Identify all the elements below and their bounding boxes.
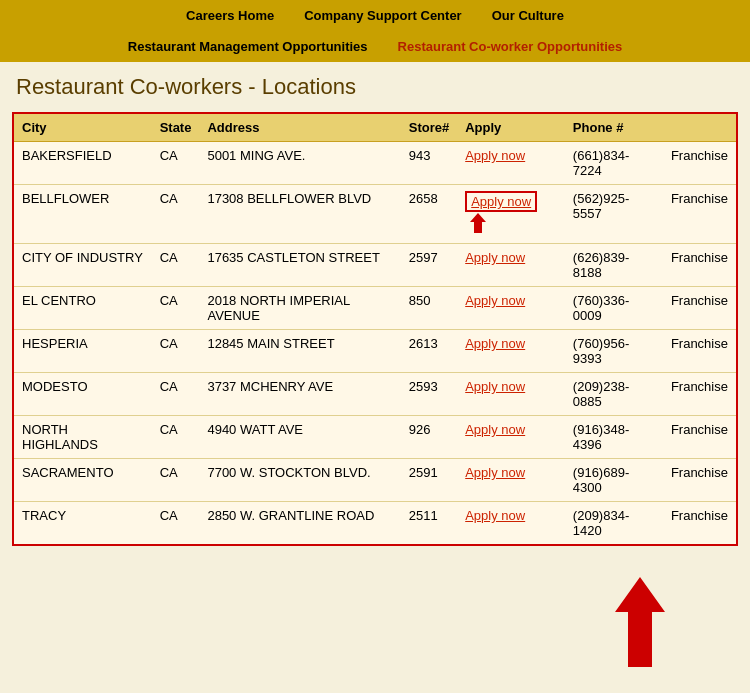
cell-store: 943 [401, 142, 457, 185]
cell-apply: Apply now [457, 459, 565, 502]
cell-address: 12845 MAIN STREET [199, 330, 400, 373]
cell-phone: (916)348-4396 [565, 416, 663, 459]
cell-address: 7700 W. STOCKTON BLVD. [199, 459, 400, 502]
cell-state: CA [152, 142, 200, 185]
cell-state: CA [152, 330, 200, 373]
cell-city: TRACY [14, 502, 152, 545]
cell-city: CITY OF INDUSTRY [14, 244, 152, 287]
cell-phone: (760)336-0009 [565, 287, 663, 330]
nav-company-support[interactable]: Company Support Center [304, 8, 461, 23]
cell-phone: (760)956-9393 [565, 330, 663, 373]
cell-apply: Apply now [457, 502, 565, 545]
cell-type: Franchise [663, 502, 736, 545]
cell-address: 5001 MING AVE. [199, 142, 400, 185]
svg-marker-0 [470, 213, 486, 233]
cell-store: 2593 [401, 373, 457, 416]
cell-address: 17635 CASTLETON STREET [199, 244, 400, 287]
cell-phone: (626)839-8188 [565, 244, 663, 287]
apply-now-link[interactable]: Apply now [465, 293, 525, 308]
cell-phone: (209)834-1420 [565, 502, 663, 545]
cell-address: 4940 WATT AVE [199, 416, 400, 459]
cell-state: CA [152, 185, 200, 244]
cell-store: 850 [401, 287, 457, 330]
cell-apply: Apply now [457, 373, 565, 416]
cell-store: 926 [401, 416, 457, 459]
apply-now-link[interactable]: Apply now [465, 422, 525, 437]
cell-type: Franchise [663, 287, 736, 330]
table-row: BELLFLOWER CA 17308 BELLFLOWER BLVD 2658… [14, 185, 736, 244]
cell-type: Franchise [663, 330, 736, 373]
table-row: SACRAMENTO CA 7700 W. STOCKTON BLVD. 259… [14, 459, 736, 502]
table-row: NORTH HIGHLANDS CA 4940 WATT AVE 926 App… [14, 416, 736, 459]
col-header-apply: Apply [457, 114, 565, 142]
table-row: HESPERIA CA 12845 MAIN STREET 2613 Apply… [14, 330, 736, 373]
col-header-address: Address [199, 114, 400, 142]
apply-now-link[interactable]: Apply now [465, 191, 537, 212]
cell-phone: (209)238-0885 [565, 373, 663, 416]
cell-city: BELLFLOWER [14, 185, 152, 244]
cell-state: CA [152, 459, 200, 502]
cell-address: 3737 MCHENRY AVE [199, 373, 400, 416]
cell-city: EL CENTRO [14, 287, 152, 330]
cell-state: CA [152, 416, 200, 459]
nav-management-opps[interactable]: Restaurant Management Opportunities [128, 39, 368, 54]
cell-type: Franchise [663, 185, 736, 244]
apply-now-link[interactable]: Apply now [465, 465, 525, 480]
nav-careers-home[interactable]: Careers Home [186, 8, 274, 23]
table-row: CITY OF INDUSTRY CA 17635 CASTLETON STRE… [14, 244, 736, 287]
cell-store: 2597 [401, 244, 457, 287]
locations-table: City State Address Store# Apply Phone # … [14, 114, 736, 544]
bottom-up-arrow-icon [610, 572, 670, 672]
cell-apply: Apply now [457, 287, 565, 330]
cell-store: 2591 [401, 459, 457, 502]
nav-bottom-row: Restaurant Management Opportunities Rest… [0, 31, 750, 62]
cell-store: 2613 [401, 330, 457, 373]
cell-phone: (916)689-4300 [565, 459, 663, 502]
cell-address: 2850 W. GRANTLINE ROAD [199, 502, 400, 545]
apply-now-link[interactable]: Apply now [465, 250, 525, 265]
cell-city: HESPERIA [14, 330, 152, 373]
col-header-state: State [152, 114, 200, 142]
apply-now-link[interactable]: Apply now [465, 379, 525, 394]
cell-apply: Apply now [457, 416, 565, 459]
cell-store: 2511 [401, 502, 457, 545]
cell-type: Franchise [663, 373, 736, 416]
page-title: Restaurant Co-workers - Locations [0, 62, 750, 108]
table-header-row: City State Address Store# Apply Phone # [14, 114, 736, 142]
cell-phone: (661)834-7224 [565, 142, 663, 185]
svg-marker-1 [615, 577, 665, 667]
cell-type: Franchise [663, 459, 736, 502]
col-header-type [663, 114, 736, 142]
cell-address: 2018 NORTH IMPERIAL AVENUE [199, 287, 400, 330]
cell-phone: (562)925-5557 [565, 185, 663, 244]
cell-type: Franchise [663, 142, 736, 185]
apply-now-link[interactable]: Apply now [465, 508, 525, 523]
cell-state: CA [152, 244, 200, 287]
col-header-city: City [14, 114, 152, 142]
table-row: BAKERSFIELD CA 5001 MING AVE. 943 Apply … [14, 142, 736, 185]
cell-address: 17308 BELLFLOWER BLVD [199, 185, 400, 244]
cell-type: Franchise [663, 244, 736, 287]
table-row: TRACY CA 2850 W. GRANTLINE ROAD 2511 App… [14, 502, 736, 545]
cell-state: CA [152, 502, 200, 545]
table-row: EL CENTRO CA 2018 NORTH IMPERIAL AVENUE … [14, 287, 736, 330]
arrow-annotation-container [0, 562, 750, 692]
cell-city: BAKERSFIELD [14, 142, 152, 185]
nav-coworker-opps[interactable]: Restaurant Co-worker Opportunities [398, 39, 623, 54]
col-header-phone: Phone # [565, 114, 663, 142]
locations-table-container: City State Address Store# Apply Phone # … [12, 112, 738, 546]
cell-state: CA [152, 287, 200, 330]
cell-city: MODESTO [14, 373, 152, 416]
cell-store: 2658 [401, 185, 457, 244]
cell-city: SACRAMENTO [14, 459, 152, 502]
apply-now-link[interactable]: Apply now [465, 336, 525, 351]
inline-up-arrow-icon [469, 212, 487, 237]
cell-state: CA [152, 373, 200, 416]
nav-our-culture[interactable]: Our Culture [492, 8, 564, 23]
navigation: Careers Home Company Support Center Our … [0, 0, 750, 62]
cell-city: NORTH HIGHLANDS [14, 416, 152, 459]
nav-top-row: Careers Home Company Support Center Our … [0, 0, 750, 31]
apply-now-link[interactable]: Apply now [465, 148, 525, 163]
cell-type: Franchise [663, 416, 736, 459]
table-row: MODESTO CA 3737 MCHENRY AVE 2593 Apply n… [14, 373, 736, 416]
